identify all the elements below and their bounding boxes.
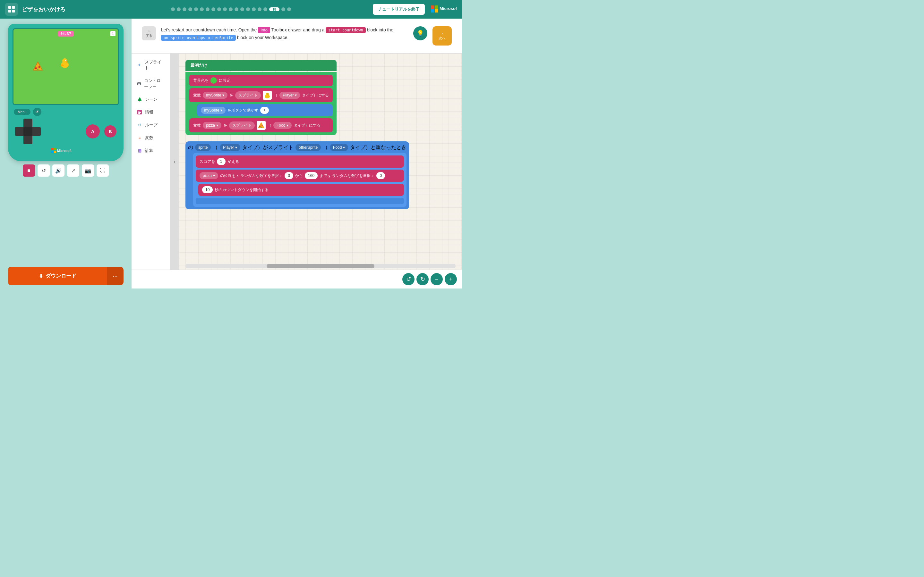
paren-open3: （	[213, 144, 218, 151]
y-val-pill[interactable]: 0	[376, 172, 385, 179]
step-dot	[223, 7, 227, 11]
sound-button[interactable]: 🔊	[52, 164, 65, 177]
refresh-button[interactable]: ↺	[37, 164, 50, 177]
menu-button[interactable]: Menu	[14, 109, 31, 115]
header: ピザをおいかけろ 18 チュートリアルを終了 Microsoft	[0, 0, 462, 19]
bg-suffix: に設定	[219, 78, 230, 83]
paren-open: （	[274, 93, 278, 98]
download-more-button[interactable]: ···	[107, 267, 124, 285]
to-val-pill[interactable]: 160	[305, 172, 318, 179]
svg-rect-3	[12, 10, 15, 13]
sprite-event-pill[interactable]: sprite	[195, 144, 211, 151]
set-mysprite-block[interactable]: 変数 mySprite ▾ を スプライト	[189, 88, 333, 102]
life-counter: 1	[110, 31, 115, 36]
countdown-suffix: 秒のカウントダウンを開始する	[215, 187, 268, 193]
zoom-out-button[interactable]: −	[431, 273, 443, 285]
other-sprite-pill[interactable]: otherSprite	[296, 144, 321, 151]
player-event-pill[interactable]: Player ▾	[220, 144, 240, 151]
undo-button[interactable]: ↺	[402, 273, 415, 285]
svg-rect-22	[51, 151, 53, 153]
b-button[interactable]: B	[104, 125, 116, 137]
workspace[interactable]: 最初だけ 背景色を に設定 変数	[179, 53, 462, 269]
back-label: 戻る	[145, 33, 152, 38]
countdown-val-pill[interactable]: 10	[202, 186, 213, 193]
var-prefix: 変数	[193, 93, 201, 98]
food-type-pill[interactable]: Food ▾	[273, 122, 292, 129]
hint-button[interactable]: 💡	[413, 26, 427, 40]
next-navigation-button[interactable]: › 次へ	[433, 26, 452, 45]
set-pizza-block[interactable]: 変数 pizza ▾ を スプライト	[189, 118, 333, 132]
countdown-block[interactable]: 10 秒のカウントダウンを開始する	[198, 184, 404, 196]
tutorial-end-button[interactable]: チュートリアルを終了	[373, 4, 425, 15]
toolbox-item-scene[interactable]: 🌲 シーン	[133, 93, 168, 105]
random-text1: ランダムな数字を選択：	[240, 173, 283, 179]
move-mysprite-block[interactable]: mySprite ▾ をボタンで動かす +	[197, 104, 333, 116]
a-button[interactable]: A	[86, 124, 100, 139]
instruction-area: ‹ 戻る Let's restart our countdown each ti…	[132, 19, 462, 53]
wo-label2: を	[223, 123, 227, 128]
mysprite-move-pill[interactable]: mySprite ▾	[201, 107, 226, 114]
back-navigation-button[interactable]: ‹ 戻る	[142, 26, 156, 40]
toolbox-item-info[interactable]: 情報	[133, 106, 168, 118]
toolbox-item-controller[interactable]: 🎮 コントローラー	[133, 75, 168, 93]
download-button[interactable]: ⬇ ダウンロード	[8, 267, 107, 285]
score-block[interactable]: スコアを 1 変える	[196, 155, 404, 168]
sprite-action-pill[interactable]: スプライト	[235, 91, 261, 99]
toolbox-item-variables[interactable]: ≡ 変数	[133, 132, 168, 144]
refresh-button-small[interactable]: ↺	[33, 108, 41, 116]
toolbox-item-math[interactable]: ▦ 計算	[133, 145, 168, 157]
overlap-body: スコアを 1 変える pizza ▾	[193, 153, 407, 207]
app-logo	[5, 3, 18, 16]
screenshot-button[interactable]: 📷	[82, 164, 94, 177]
plus-button-pill[interactable]: +	[260, 107, 269, 114]
instruction-text-part4: block on your Workspace.	[237, 35, 289, 40]
score-value-pill[interactable]: 1	[217, 158, 226, 165]
pizza-pos-pill[interactable]: pizza ▾	[200, 172, 218, 179]
mysprite-var-pill[interactable]: mySprite ▾	[203, 92, 228, 99]
step-dot	[246, 7, 250, 11]
redo-button[interactable]: ↻	[417, 273, 429, 285]
dpad[interactable]	[15, 119, 41, 144]
svg-point-11	[35, 67, 37, 69]
stop-button[interactable]: ■	[23, 164, 35, 177]
info-toolbox-icon	[137, 109, 142, 115]
download-icon: ⬇	[39, 273, 43, 279]
svg-point-36	[261, 127, 262, 128]
step-dot	[177, 7, 181, 11]
score-prefix: スコアを	[200, 159, 215, 164]
toolbox-item-loop[interactable]: ↺ ループ	[133, 119, 168, 131]
step-dot	[217, 7, 221, 11]
position-text1: の位置を x	[220, 173, 238, 179]
player-type-pill[interactable]: Player ▾	[279, 92, 300, 99]
svg-rect-6	[431, 9, 435, 13]
chevron-right-icon: ›	[441, 31, 443, 35]
scrollbar-thumb[interactable]	[267, 264, 375, 268]
set-background-block[interactable]: 背景色を に設定	[189, 75, 333, 86]
score-suffix: 変える	[228, 159, 239, 164]
expand-button[interactable]: ⤢	[67, 164, 79, 177]
scene-toolbox-icon: 🌲	[137, 97, 142, 102]
food-event-pill[interactable]: Food ▾	[330, 144, 348, 151]
type-suffix2: タイプ）にする	[294, 123, 320, 128]
toolbox-label-scene: シーン	[145, 97, 158, 102]
svg-rect-5	[435, 5, 438, 9]
app-title: ピザをおいかけろ	[22, 6, 65, 13]
overlap-prefix: の	[188, 144, 193, 151]
svg-point-34	[259, 126, 260, 127]
chevron-left-icon: ‹	[148, 29, 150, 33]
toolbox-item-sprite[interactable]: ✈ スプライト	[133, 56, 168, 74]
horizontal-scrollbar[interactable]	[186, 264, 456, 268]
svg-rect-21	[54, 148, 56, 150]
game-screen: 04.37 1	[13, 28, 119, 105]
controller-toolbox-icon: 🎮	[137, 81, 142, 87]
fullscreen-button[interactable]: ⛶	[97, 164, 109, 177]
pizza-var-pill[interactable]: pizza ▾	[203, 122, 221, 129]
zoom-in-button[interactable]: +	[445, 273, 457, 285]
player-sprite	[58, 56, 71, 69]
from-val-pill[interactable]: 0	[284, 172, 293, 179]
sprite-action-pill2[interactable]: スプライト	[229, 121, 255, 129]
pizza-position-block[interactable]: pizza ▾ の位置を x ランダムな数字を選択： 0 から	[196, 169, 404, 182]
paren-open2: （	[268, 123, 271, 128]
collapse-toolbox-button[interactable]: ‹	[170, 53, 179, 269]
overlap-outer-block[interactable]: の sprite （ Player ▾ タイプ）がスプライト ot	[186, 141, 409, 210]
